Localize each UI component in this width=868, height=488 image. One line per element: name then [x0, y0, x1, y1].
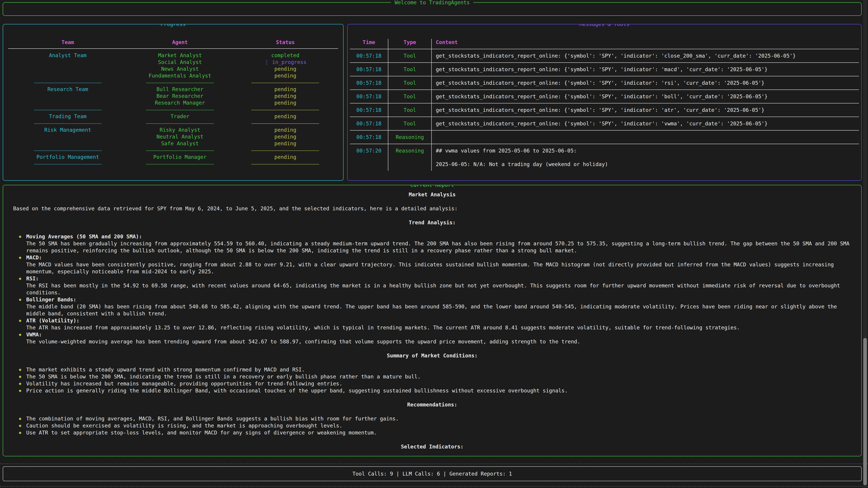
column-header-content: Content	[432, 39, 859, 49]
summary-bullet-list: The market exhibits a steady upward tren…	[13, 366, 851, 394]
report-body: Market Analysis Based on the comprehensi…	[3, 185, 861, 450]
agent-label: Bull Researcher	[132, 86, 228, 93]
message-row: 00:57:20 Reasoning ## vwma values from 2…	[350, 144, 859, 171]
progress-row: Safe Analyst pending	[3, 140, 343, 147]
message-content: get_stockstats_indicators_report_online:…	[432, 63, 859, 76]
message-content: ## vwma values from 2025-05-06 to 2025-0…	[432, 144, 859, 171]
bullet-icon	[19, 422, 26, 429]
agent-label: Fundamentals Analyst	[132, 72, 228, 79]
bullet-icon	[19, 331, 26, 345]
progress-row: News Analyst pending	[3, 66, 343, 72]
scrollbar-thumb[interactable]	[863, 338, 867, 485]
column-header-status: Status	[228, 39, 343, 46]
message-row: 00:57:18 Reasoning	[350, 131, 859, 144]
agent-label: Market Analyst	[132, 52, 228, 59]
divider-line	[0, 486, 868, 487]
column-header-agent: Agent	[132, 39, 228, 46]
progress-row: Research Manager pending	[3, 99, 343, 106]
list-item: The combination of moving averages, MACD…	[13, 415, 851, 422]
messages-tools-panel: Messages & Tools Time Type Content 00:57…	[347, 24, 862, 181]
progress-row: Trading Team Trader pending	[3, 113, 343, 120]
section-heading-recommendations: Recommendations:	[13, 401, 851, 408]
message-type: Tool	[388, 63, 432, 76]
bullet-icon	[19, 387, 26, 394]
vertical-scrollbar[interactable]	[863, 0, 867, 488]
list-item: The market exhibits a steady upward tren…	[13, 366, 851, 373]
message-content: get_stockstats_indicators_report_online:…	[432, 103, 859, 117]
progress-row: Portfolio Management Portfolio Manager p…	[3, 154, 343, 160]
progress-row: Neutral Analyst pending	[3, 133, 343, 140]
message-row: 00:57:18 Tool get_stockstats_indicators_…	[350, 49, 859, 63]
message-type: Reasoning	[388, 131, 432, 144]
group-separator	[3, 147, 343, 154]
bullet-icon	[19, 275, 26, 296]
message-content	[432, 131, 859, 144]
progress-row: Bear Researcher pending	[3, 93, 343, 99]
message-row: 00:57:18 Tool get_stockstats_indicators_…	[350, 63, 859, 76]
progress-row: Analyst Team Market Analyst completed	[3, 52, 343, 59]
group-separator	[3, 120, 343, 127]
column-header-time: Time	[350, 39, 388, 49]
bullet-icon	[19, 317, 26, 331]
team-label: Risk Management	[3, 127, 132, 133]
list-item: Caution should be exercised as volatilit…	[13, 422, 851, 429]
bullet-icon	[19, 429, 26, 436]
list-item: Price action is generally riding the mid…	[13, 387, 851, 394]
message-time: 00:57:18	[350, 103, 388, 117]
message-type: Tool	[388, 90, 432, 103]
message-time: 00:57:18	[350, 117, 388, 130]
messages-panel-title: Messages & Tools	[576, 24, 633, 28]
message-type: Tool	[388, 117, 432, 130]
message-time: 00:57:18	[350, 49, 388, 62]
team-label: Portfolio Management	[3, 154, 132, 160]
progress-row: Fundamentals Analyst pending	[3, 72, 343, 79]
group-separator	[3, 106, 343, 113]
divider-line	[0, 464, 868, 464]
agent-label: Research Manager	[132, 99, 228, 106]
agent-label: Portfolio Manager	[132, 154, 228, 160]
progress-table-header: Team Agent Status	[3, 39, 343, 46]
bullet-icon	[19, 415, 26, 422]
welcome-title: Welcome to TradingAgents	[391, 0, 473, 6]
list-item: The 50 SMA is below the 200 SMA, indicat…	[13, 373, 851, 380]
agent-label: Neutral Analyst	[132, 133, 228, 140]
stats-text: Tool Calls: 9 | LLM Calls: 6 | Generated…	[352, 471, 512, 477]
report-intro: Based on the comprehensive data retrieve…	[13, 205, 851, 212]
bullet-icon	[19, 366, 26, 373]
recommendations-bullet-list: The combination of moving averages, MACD…	[13, 415, 851, 436]
agent-label: Bear Researcher	[132, 93, 228, 99]
status-pending: pending	[228, 133, 343, 140]
agent-label: Risky Analyst	[132, 127, 228, 133]
report-heading: Market Analysis	[13, 191, 851, 198]
status-pending: pending	[228, 99, 343, 106]
report-panel-title: Current Report	[407, 185, 458, 188]
agent-label: Trader	[132, 113, 228, 120]
welcome-panel: Welcome to TradingAgents	[3, 2, 862, 16]
message-row: 00:57:18 Tool get_stockstats_indicators_…	[350, 76, 859, 90]
team-label: Research Team	[3, 86, 132, 93]
message-type: Tool	[388, 76, 432, 90]
status-pending: pending	[228, 113, 343, 120]
team-label: Analyst Team	[3, 52, 132, 59]
section-heading-summary: Summary of Market Conditions:	[13, 352, 851, 359]
progress-row: Social Analyst ⋮in_progress	[3, 59, 343, 66]
status-pending: pending	[228, 86, 343, 93]
message-time: 00:57:18	[350, 63, 388, 76]
team-label: Trading Team	[3, 113, 132, 120]
progress-row: Risk Management Risky Analyst pending	[3, 127, 343, 133]
messages-table: Time Type Content 00:57:18 Tool get_stoc…	[350, 39, 859, 171]
list-item: VWMA:The volume-weighted moving average …	[13, 331, 851, 345]
list-item: Use ATR to set appropriate stop-loss lev…	[13, 429, 851, 436]
spinner-icon: ⋮	[264, 59, 270, 65]
section-heading-trend: Trend Analysis:	[13, 219, 851, 226]
list-item: Bollinger Bands:The middle band (20 SMA)…	[13, 296, 851, 317]
list-item: RSI:The RSI has been mostly in the 54.92…	[13, 275, 851, 296]
status-in-progress: ⋮in_progress	[228, 59, 343, 66]
column-header-type: Type	[388, 39, 432, 49]
group-separator	[3, 79, 343, 86]
message-type: Reasoning	[388, 144, 432, 171]
message-type: Tool	[388, 103, 432, 117]
list-item: MACD:The MACD values have been consisten…	[13, 254, 851, 275]
bullet-icon	[19, 380, 26, 387]
status-pending: pending	[228, 66, 343, 72]
